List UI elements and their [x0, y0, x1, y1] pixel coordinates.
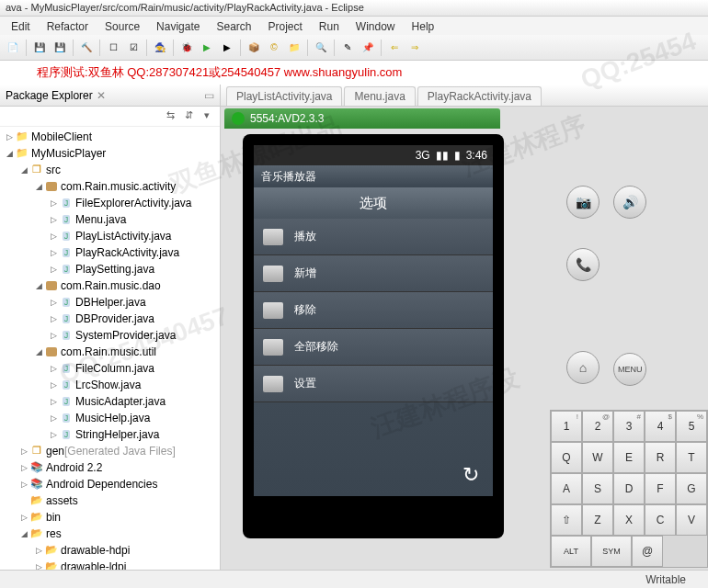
key-z[interactable]: Z: [582, 504, 613, 536]
project-tree[interactable]: ▷MobileClient ◢MyMusicPlayer ◢❐src ◢com.…: [0, 127, 220, 588]
key-5[interactable]: %5: [676, 411, 707, 442]
folder-assets[interactable]: assets: [0, 492, 220, 509]
debug-button[interactable]: 🐞: [177, 39, 196, 57]
package-util[interactable]: ◢com.Rain.music.util: [0, 344, 220, 360]
tab-menu[interactable]: Menu.java: [344, 86, 415, 106]
home-button[interactable]: ⌂: [566, 351, 600, 384]
key-shift[interactable]: ⇧: [551, 504, 582, 536]
build-button[interactable]: 🔨: [77, 39, 96, 57]
key-x[interactable]: X: [613, 504, 645, 536]
file-filecolumn[interactable]: ▷FileColumn.java: [0, 360, 220, 377]
key-v[interactable]: V: [676, 504, 707, 536]
link-editor-icon[interactable]: ⇵: [181, 109, 196, 124]
file-dbhelper[interactable]: ▷DBHelper.java: [0, 294, 220, 311]
menu-window[interactable]: Window: [348, 18, 403, 33]
save-all-button[interactable]: 💾: [51, 39, 69, 57]
editor-area: PlayListActivity.java Menu.java PlayRack…: [221, 85, 708, 588]
package-activity[interactable]: ◢com.Rain.music.activity: [0, 178, 220, 195]
toggle2-button[interactable]: ☑: [124, 39, 143, 57]
key-a[interactable]: A: [551, 473, 582, 504]
key-sym[interactable]: SYM: [591, 536, 632, 567]
project-mymusicplayer[interactable]: ◢MyMusicPlayer: [0, 145, 220, 162]
lib-deps[interactable]: ▷📚Android Dependencies: [0, 476, 220, 492]
file-fileexplorer[interactable]: ▷FileExplorerActivity.java: [0, 195, 220, 211]
toggle1-button[interactable]: ☐: [104, 39, 122, 57]
folder-src[interactable]: ◢❐src: [0, 162, 220, 178]
task-button[interactable]: ✎: [338, 39, 357, 57]
key-e[interactable]: E: [613, 442, 645, 473]
key-1[interactable]: !1: [551, 411, 582, 442]
project-mobileclient[interactable]: ▷MobileClient: [0, 129, 220, 145]
key-alt[interactable]: ALT: [551, 536, 591, 567]
camera-button[interactable]: 📷: [566, 186, 600, 219]
call-button[interactable]: 📞: [566, 248, 600, 281]
tab-playrack[interactable]: PlayRackActivity.java: [417, 86, 542, 106]
reload-icon[interactable]: ↻: [458, 463, 484, 489]
package-explorer-panel: Package Explorer ✕ ▭ ⇆ ⇵ ▾ ▷MobileClient…: [0, 85, 221, 588]
key-t[interactable]: T: [676, 442, 707, 473]
search-button[interactable]: 🔍: [312, 39, 330, 57]
key-c[interactable]: C: [645, 504, 676, 536]
file-systemprovider[interactable]: ▷SystemProvider.java: [0, 327, 220, 344]
menu-project[interactable]: Project: [260, 18, 309, 33]
key-w[interactable]: W: [582, 442, 613, 473]
menu-refactor[interactable]: Refactor: [40, 18, 96, 33]
menu-source[interactable]: Source: [97, 18, 147, 33]
new-class-button[interactable]: ©: [265, 39, 283, 57]
wizard-button[interactable]: 🧙: [151, 39, 169, 57]
option-add[interactable]: 新增: [254, 255, 493, 292]
file-musichelp[interactable]: ▷MusicHelp.java: [0, 410, 220, 426]
key-3[interactable]: #3: [613, 411, 645, 442]
folder-bin[interactable]: ▷bin: [0, 509, 220, 526]
option-play[interactable]: 播放: [254, 219, 493, 255]
collapse-all-icon[interactable]: ⇆: [163, 109, 177, 124]
run-button[interactable]: ▶: [198, 39, 216, 57]
key-q[interactable]: Q: [551, 442, 582, 473]
file-stringhelper[interactable]: ▷StringHelper.java: [0, 426, 220, 443]
menu-navigate[interactable]: Navigate: [149, 18, 207, 33]
save-button[interactable]: 💾: [30, 39, 49, 57]
option-remove-all[interactable]: 全部移除: [254, 329, 493, 366]
option-remove[interactable]: 移除: [254, 292, 493, 329]
dpad[interactable]: [644, 287, 693, 336]
option-settings[interactable]: 设置: [254, 366, 493, 402]
key-d[interactable]: D: [613, 473, 645, 504]
key-2[interactable]: @2: [582, 411, 613, 442]
key-at[interactable]: @: [632, 536, 663, 567]
file-playlist[interactable]: ▷PlayListActivity.java: [0, 228, 220, 244]
file-menu[interactable]: ▷Menu.java: [0, 211, 220, 228]
new-folder-button[interactable]: 📁: [285, 39, 303, 57]
key-f[interactable]: F: [645, 473, 676, 504]
file-dbprovider[interactable]: ▷DBProvider.java: [0, 311, 220, 327]
tab-playlist[interactable]: PlayListActivity.java: [226, 86, 342, 106]
key-r[interactable]: R: [645, 442, 676, 473]
menu-edit[interactable]: Edit: [4, 18, 38, 33]
volume-button[interactable]: 🔊: [613, 186, 646, 219]
key-g[interactable]: G: [676, 473, 707, 504]
package-dao[interactable]: ◢com.Rain.music.dao: [0, 277, 220, 294]
file-musicadapter[interactable]: ▷MusicAdapter.java: [0, 393, 220, 410]
file-playrack[interactable]: ▷PlayRackActivity.java: [0, 244, 220, 261]
back-button[interactable]: ⇐: [385, 39, 404, 57]
menu-help[interactable]: Help: [405, 18, 442, 33]
view-menu-icon[interactable]: ▾: [200, 109, 214, 124]
key-s[interactable]: S: [582, 473, 613, 504]
menu-button[interactable]: MENU: [613, 353, 646, 386]
menu-search[interactable]: Search: [209, 18, 258, 33]
lib-android[interactable]: ▷📚Android 2.2: [0, 459, 220, 476]
run-ext-button[interactable]: ▶: [218, 39, 236, 57]
file-playsetting[interactable]: ▷PlaySetting.java: [0, 261, 220, 277]
file-lrcshow[interactable]: ▷LrcShow.java: [0, 377, 220, 393]
new-button[interactable]: 📄: [4, 39, 22, 57]
emulator-controls: 📷 🔊 📞 ⌂ MENU: [561, 180, 708, 391]
pin-button[interactable]: 📌: [359, 39, 377, 57]
minimize-icon[interactable]: ▭: [204, 89, 214, 102]
menu-run[interactable]: Run: [312, 18, 347, 33]
fwd-button[interactable]: ⇒: [405, 39, 424, 57]
folder-gen[interactable]: ▷❐gen [Generated Java Files]: [0, 443, 220, 459]
close-icon[interactable]: ✕: [97, 89, 106, 102]
key-4[interactable]: $4: [645, 411, 676, 442]
new-pkg-button[interactable]: 📦: [245, 39, 263, 57]
folder-hdpi[interactable]: ▷drawable-hdpi: [0, 542, 220, 559]
folder-res[interactable]: ◢res: [0, 526, 220, 542]
